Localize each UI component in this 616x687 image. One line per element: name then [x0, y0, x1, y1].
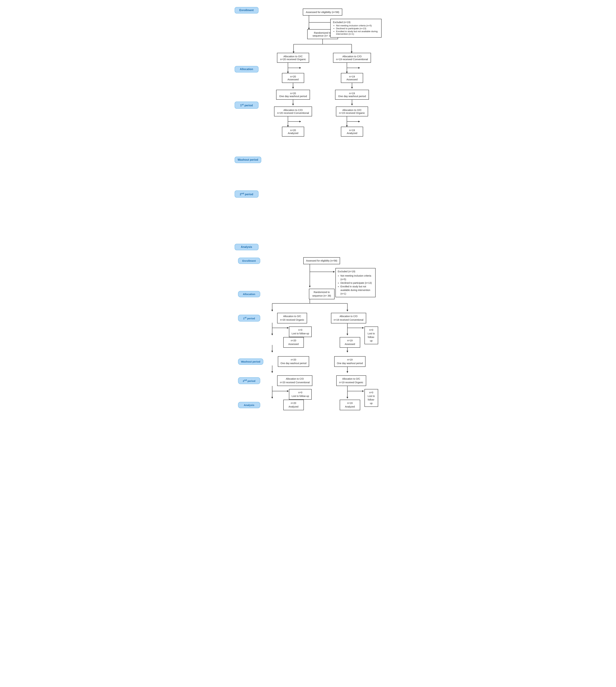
- spacer-to-allocation: [235, 15, 264, 63]
- excl-item-2: Declined to participate (n=13): [340, 281, 373, 285]
- svg-marker-31: [351, 87, 353, 89]
- alloc-oc-box: Allocation to O/C n=20 received Organic: [277, 53, 309, 63]
- randomized-text: Randomized tosequence (n= 39): [312, 31, 332, 37]
- excl-item-1: Not meeting inclusion criteria (n=5): [340, 274, 373, 281]
- alloc-co-2-box: Allocation to C/O n=20 received Conventi…: [274, 107, 312, 116]
- svg-marker-8: [293, 51, 294, 53]
- alloc-co-2-sub: n=20 received Conventional: [277, 111, 309, 114]
- first-period-slot: 1st period: [238, 315, 265, 322]
- alloc-co-sub: n=19 received Conventional: [336, 58, 368, 61]
- analyzed-left-text: n=20Analyzed: [288, 129, 298, 134]
- spacer-to-washout: [235, 111, 264, 154]
- excl-item-3: Enrolled in study but not available duri…: [340, 285, 373, 296]
- right-arrow-2: [349, 83, 355, 90]
- spacer-to-analysis: [235, 200, 264, 241]
- lost-left-2-inner: n=0Lost to follow-up: [289, 389, 312, 400]
- alloc-oc-sub: n=20 received Organic: [280, 58, 306, 61]
- analyzed-boxes-row: n=20Analyzed n=19Analyzed: [265, 400, 378, 410]
- enrollment-section: Assessed for eligibility (n=58) Rando: [264, 8, 381, 39]
- analyzed-left-v2: n=20Analyzed: [283, 400, 304, 410]
- enrollment-label-slot: Enrollment: [235, 5, 264, 15]
- analysis-label-v2: Analysis: [238, 402, 260, 408]
- washout-label-v2-slot: Washout period: [238, 359, 265, 365]
- second-period-label-v2: 2nd period: [238, 377, 260, 384]
- svg-marker-38: [346, 125, 348, 127]
- alloc-oc-v2: Allocation to O/C n=20 received Organic: [277, 313, 307, 323]
- assessed-boxes-row: n=20Assessed n=19Assessed: [265, 337, 378, 348]
- left-lost-arrow-1: [272, 63, 313, 73]
- assessed-left-text: n=20Assessed: [287, 75, 299, 81]
- left-arrow-3: [290, 100, 295, 107]
- second-period-label-slot: 2nd period: [235, 188, 264, 200]
- assessed-left-v2: n=20Assessed: [283, 337, 304, 348]
- excluded-inner-box: Excluded (n=19) Not meeting inclusion cr…: [335, 268, 376, 297]
- enrollment-row: Enrollment Assessed for eligibility (n=5…: [238, 256, 378, 265]
- svg-marker-10: [351, 51, 353, 53]
- lost-left-2-box: n=0Lost to follow-up: [289, 389, 312, 400]
- second-period-slot: 2nd period: [238, 377, 265, 384]
- alloc-co-box: Allocation to C/O n=19 received Conventi…: [333, 53, 371, 63]
- allocation-label-v2-slot: Allocation: [238, 291, 265, 297]
- washout-label: Washout period: [235, 156, 261, 163]
- svg-marker-4: [308, 28, 310, 29]
- analyzed-left-box: n=20Analyzed: [282, 127, 304, 136]
- alloc-co-title-v2: Allocation to C/O: [339, 315, 357, 318]
- alloc-co-v2: Allocation to C/O n=19 received Conventi…: [331, 313, 366, 323]
- alloc-co-2-title: Allocation to C/O: [284, 109, 303, 111]
- alloc-co-sub-v2: n=19 received Conventional: [334, 319, 364, 321]
- svg-marker-27: [358, 67, 360, 69]
- spacer-4: [238, 367, 378, 375]
- assessed-left-text-v2: n=20Assessed: [288, 339, 299, 345]
- excluded-list: Not meeting inclusion criteria (n=5) Dec…: [336, 24, 379, 35]
- first-period-label: 1st period: [235, 102, 259, 109]
- alloc-oc-title-v2: Allocation to O/C: [283, 315, 301, 318]
- svg-marker-15: [287, 72, 289, 73]
- split-arrow-svg: [275, 39, 371, 53]
- washout-left-v2: n=20One day washout period: [278, 356, 309, 367]
- analyzed-right-v2: n=19Analyzed: [340, 400, 360, 410]
- excluded-item-2: Declined to participate (n=13): [336, 27, 379, 30]
- alloc-oc-2-box: Allocation to O/C n=19 received Organic: [336, 107, 368, 116]
- labels-column: Enrollment Allocation 1st period Washout…: [235, 5, 264, 253]
- analyzed-right-box: n=19Analyzed: [341, 127, 363, 136]
- alloc-oc-2-sub: n=19 received Organic: [339, 111, 365, 114]
- alloc-oc-title: Allocation to O/C: [284, 55, 303, 58]
- right-lost-arrow-2: [331, 116, 373, 127]
- bottom-spacer: [238, 410, 378, 415]
- diagram: Enrollment Allocation 1st period Washout…: [235, 5, 381, 253]
- washout-left-text-v2: n=20One day washout period: [281, 358, 307, 365]
- lost-left-1-box: n=0Lost to follow-up: [289, 326, 312, 337]
- assessed-right-box: n=19Assessed: [341, 73, 363, 83]
- right-column: Allocation to C/O n=19 received Conventi…: [323, 53, 381, 136]
- washout-right-text: n=19One day washout period: [338, 92, 366, 98]
- svg-marker-29: [346, 72, 348, 73]
- spacer-3: [238, 348, 378, 356]
- assessed-text-v2: Assessed for eligibility (n=58): [306, 259, 337, 262]
- analysis-label: Analysis: [235, 244, 259, 250]
- washout-boxes-row: n=20One day washout period n=19One day w…: [265, 356, 378, 367]
- analysis-label-slot: Analysis: [235, 241, 264, 253]
- excluded-item-3: Enrolled in study but not available duri…: [336, 30, 379, 35]
- excluded-title: Excluded (n=19): [333, 21, 379, 24]
- second-period-row: 2nd period Allocation to C/O n=20 receiv…: [238, 375, 378, 386]
- spacer-to-1st: [235, 75, 264, 99]
- alloc-co-2-sub-v2: n=20 received Conventional: [280, 381, 310, 384]
- enrollment-label: Enrollment: [235, 7, 259, 14]
- excluded-item-1: Not meeting inclusion criteria (n=5): [336, 24, 379, 27]
- lost-row-1: n=0Lost to follow-up n=0Lost to follow-u…: [238, 323, 378, 337]
- lost-left-2-text: n=0Lost to follow-up: [292, 391, 309, 398]
- left-arrow-2: [290, 83, 295, 90]
- analyzed-right-text-v2: n=19Analyzed: [345, 402, 355, 408]
- assessed-row-2: n=20Assessed n=19Assessed: [238, 337, 378, 348]
- excluded-box: Excluded (n=19) Not meeting inclusion cr…: [330, 19, 381, 38]
- lost-row-2: n=0Lost to follow-up n=0Lost to follow-u…: [238, 386, 378, 400]
- alloc-boxes-row: Allocation to O/C n=20 received Organic …: [265, 313, 378, 323]
- svg-marker-17: [292, 87, 294, 89]
- left-lost-arrow-2: [272, 116, 313, 127]
- alloc-oc-2-title-v2: Allocation to O/C: [342, 378, 360, 380]
- excluded-box-v2: Excluded (n=19) Not meeting inclusion cr…: [335, 268, 376, 297]
- assessed-text: Assessed for eligibility (n=58): [306, 10, 339, 14]
- randomized-text-v2: Randomized tosequence (n= 39): [312, 291, 331, 297]
- assessed-row: Assessed for eligibility (n=58): [265, 257, 378, 264]
- svg-marker-24: [287, 125, 289, 127]
